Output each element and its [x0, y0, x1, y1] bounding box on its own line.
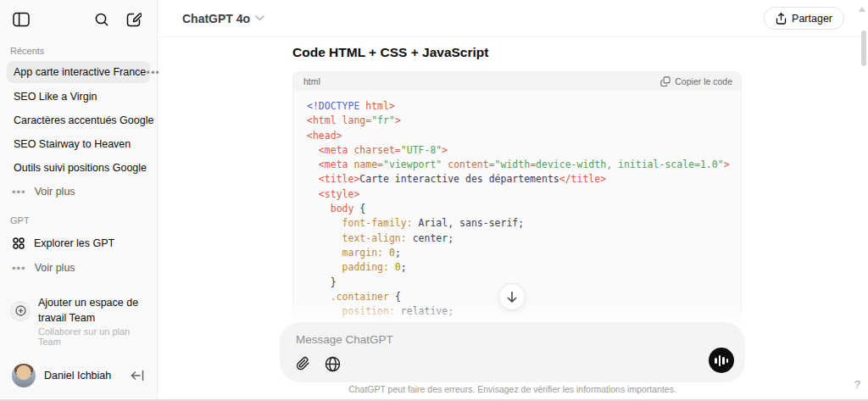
- code-line: body {: [307, 202, 727, 216]
- chat-item[interactable]: SEO Like a Virgin: [0, 85, 157, 109]
- search-icon: [94, 12, 109, 27]
- code-line: text-align: center;: [307, 231, 727, 246]
- code-line: <style>: [307, 187, 727, 202]
- arrow-down-icon: [506, 291, 518, 304]
- copy-code-button[interactable]: Copier le code: [660, 76, 732, 86]
- workspace-title: Ajouter un espace de travail Team: [38, 297, 138, 324]
- gpt-section-label: GPT: [0, 203, 157, 231]
- attach-file-button[interactable]: [293, 354, 312, 373]
- scroll-to-bottom-button[interactable]: [498, 283, 526, 310]
- code-line: padding: 0;: [307, 260, 727, 275]
- recents-section-label: Récents: [0, 34, 157, 61]
- code-line: <head>: [307, 129, 727, 143]
- chevron-down-icon: [255, 15, 264, 21]
- code-block-header: html Copier le code: [293, 72, 741, 91]
- see-more-label: Voir plus: [35, 262, 75, 274]
- model-label: ChatGPT 4o: [182, 12, 250, 25]
- ellipsis-icon: •••: [12, 263, 26, 274]
- code-line: <meta name="viewport" content="width=dev…: [307, 158, 727, 172]
- code-line: <!DOCTYPE html>: [307, 99, 727, 114]
- composer[interactable]: Message ChatGPT: [280, 322, 745, 382]
- chat-item[interactable]: Caractères accentués Google: [0, 109, 157, 132]
- code-line: <meta charset="UTF-8">: [307, 143, 727, 158]
- see-more-recents[interactable]: ••• Voir plus: [0, 180, 157, 203]
- main-area: ChatGPT 4o Partager Code HTML + CSS + Ja…: [159, 0, 868, 401]
- waveform-icon: [719, 355, 721, 366]
- workspace-subtitle: Collaborer sur un plan Team: [38, 326, 147, 347]
- chat-item-label: Outils suivi positions Google: [14, 162, 147, 174]
- profile-item[interactable]: Daniel Ichbiah: [0, 355, 157, 401]
- chat-item[interactable]: Outils suivi positions Google: [0, 156, 157, 180]
- sidebar: Récents App carte interactive France •••…: [0, 0, 158, 401]
- collapse-sidebar-icon[interactable]: [131, 369, 145, 382]
- disclaimer-text: ChatGPT peut faire des erreurs. Envisage…: [280, 384, 745, 394]
- compose-icon: [126, 12, 142, 27]
- composer-tools: [293, 354, 342, 373]
- search-button[interactable]: [92, 10, 111, 29]
- help-button[interactable]: ?: [854, 378, 860, 391]
- sidebar-toolbar: [0, 0, 157, 34]
- workspace-text: Ajouter un espace de travail Team Collab…: [38, 294, 147, 348]
- explore-gpts-label: Explorer les GPT: [34, 237, 114, 249]
- see-more-label: Voir plus: [35, 186, 75, 198]
- scrollbar-up-arrow[interactable]: [859, 7, 865, 12]
- new-chat-button[interactable]: [125, 10, 143, 29]
- add-team-workspace-item[interactable]: Ajouter un espace de travail Team Collab…: [0, 287, 157, 356]
- share-label: Partager: [792, 13, 832, 25]
- chatgpt-app: Récents App carte interactive France •••…: [0, 0, 868, 401]
- sidebar-toolbar-right: [92, 10, 143, 29]
- copy-icon: [660, 76, 670, 86]
- chat-item-selected[interactable]: App carte interactive France •••: [7, 61, 150, 83]
- code-line: <html lang="fr">: [307, 114, 727, 128]
- topbar: ChatGPT 4o Partager: [159, 0, 868, 37]
- sidebar-toggle-button[interactable]: [12, 10, 31, 29]
- globe-icon: [325, 356, 341, 372]
- code-line: margin: 0;: [307, 246, 727, 260]
- message-input[interactable]: Message ChatGPT: [296, 333, 393, 346]
- waveform-icon: [722, 357, 725, 365]
- chat-item[interactable]: SEO Stairway to Heaven: [0, 132, 157, 156]
- see-more-gpts[interactable]: ••• Voir plus: [0, 256, 157, 280]
- ellipsis-icon: •••: [12, 187, 26, 198]
- voice-mode-button[interactable]: [709, 348, 734, 373]
- sidebar-spacer: [0, 280, 157, 287]
- workspace-plus-icon: [10, 301, 31, 321]
- message-title: Code HTML + CSS + JavaScript: [292, 45, 488, 60]
- code-line: font-family: Arial, sans-serif;: [307, 216, 727, 231]
- chat-item-label: SEO Stairway to Heaven: [14, 138, 131, 150]
- copy-code-label: Copier le code: [675, 76, 732, 86]
- paperclip-icon: [296, 356, 310, 371]
- waveform-icon: [715, 358, 717, 364]
- web-search-button[interactable]: [323, 354, 342, 373]
- chat-item-label: Caractères accentués Google: [14, 114, 153, 126]
- scrollbar-thumb[interactable]: [861, 31, 866, 66]
- explore-gpts-item[interactable]: Explorer les GPT: [0, 231, 157, 256]
- code-language-label: html: [303, 76, 320, 86]
- chat-item-label: SEO Like a Virgin: [14, 91, 97, 103]
- share-button[interactable]: Partager: [764, 7, 844, 30]
- profile-name: Daniel Ichbiah: [44, 370, 122, 382]
- model-selector[interactable]: ChatGPT 4o: [182, 12, 264, 25]
- grid-icon: [12, 237, 25, 250]
- sidebar-toggle-icon: [13, 12, 30, 27]
- waveform-icon: [726, 359, 729, 363]
- share-icon: [776, 13, 787, 25]
- avatar: [12, 364, 36, 387]
- code-line: <title>Carte interactive des département…: [307, 172, 727, 187]
- chat-item-label: App carte interactive France: [14, 66, 146, 78]
